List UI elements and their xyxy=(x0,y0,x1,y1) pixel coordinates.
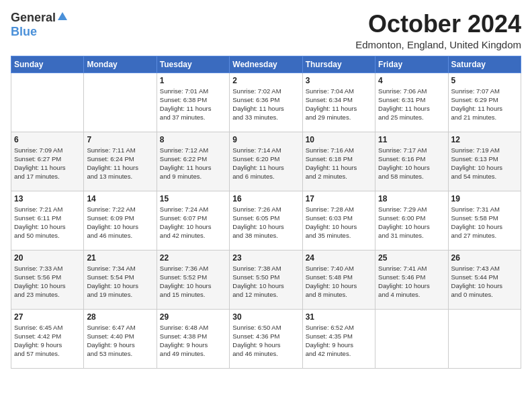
day-header-monday: Monday xyxy=(84,56,157,73)
day-cell: 21Sunrise: 7:34 AM Sunset: 5:54 PM Dayli… xyxy=(84,250,157,309)
logo: General Blue xyxy=(11,11,69,39)
day-number: 12 xyxy=(451,135,518,144)
day-number: 26 xyxy=(451,253,518,263)
day-info: Sunrise: 6:45 AM Sunset: 4:42 PM Dayligh… xyxy=(14,323,81,359)
logo-blue: Blue xyxy=(11,25,37,38)
day-cell: 5Sunrise: 7:07 AM Sunset: 6:29 PM Daylig… xyxy=(448,73,521,132)
day-cell: 11Sunrise: 7:17 AM Sunset: 6:16 PM Dayli… xyxy=(375,132,448,191)
day-number: 2 xyxy=(232,76,299,85)
day-info: Sunrise: 7:26 AM Sunset: 6:05 PM Dayligh… xyxy=(232,205,299,240)
day-cell: 19Sunrise: 7:31 AM Sunset: 5:58 PM Dayli… xyxy=(448,191,521,250)
day-number: 3 xyxy=(306,76,372,85)
week-row-3: 13Sunrise: 7:21 AM Sunset: 6:11 PM Dayli… xyxy=(11,191,521,250)
day-cell: 1Sunrise: 7:01 AM Sunset: 6:38 PM Daylig… xyxy=(157,73,229,132)
day-header-thursday: Thursday xyxy=(302,56,375,73)
day-info: Sunrise: 7:31 AM Sunset: 5:58 PM Dayligh… xyxy=(451,205,518,240)
day-info: Sunrise: 7:12 AM Sunset: 6:22 PM Dayligh… xyxy=(160,146,226,181)
week-row-2: 6Sunrise: 7:09 AM Sunset: 6:27 PM Daylig… xyxy=(11,132,521,191)
day-cell: 27Sunrise: 6:45 AM Sunset: 4:42 PM Dayli… xyxy=(11,309,84,368)
day-info: Sunrise: 7:24 AM Sunset: 6:07 PM Dayligh… xyxy=(160,205,226,240)
day-info: Sunrise: 7:04 AM Sunset: 6:34 PM Dayligh… xyxy=(306,87,372,122)
day-number: 11 xyxy=(378,135,445,144)
day-header-sunday: Sunday xyxy=(11,56,84,73)
day-cell: 12Sunrise: 7:19 AM Sunset: 6:13 PM Dayli… xyxy=(448,132,521,191)
day-number: 6 xyxy=(14,135,81,144)
day-info: Sunrise: 7:14 AM Sunset: 6:20 PM Dayligh… xyxy=(232,146,299,181)
day-cell xyxy=(11,73,84,132)
day-number: 9 xyxy=(232,135,299,144)
day-cell xyxy=(375,309,448,368)
day-info: Sunrise: 7:07 AM Sunset: 6:29 PM Dayligh… xyxy=(451,87,518,122)
day-cell: 9Sunrise: 7:14 AM Sunset: 6:20 PM Daylig… xyxy=(230,132,302,191)
day-info: Sunrise: 7:29 AM Sunset: 6:00 PM Dayligh… xyxy=(378,205,445,240)
day-cell: 26Sunrise: 7:43 AM Sunset: 5:44 PM Dayli… xyxy=(448,250,521,309)
day-number: 22 xyxy=(160,253,226,263)
day-cell: 7Sunrise: 7:11 AM Sunset: 6:24 PM Daylig… xyxy=(84,132,157,191)
day-info: Sunrise: 7:19 AM Sunset: 6:13 PM Dayligh… xyxy=(451,146,518,181)
day-cell: 15Sunrise: 7:24 AM Sunset: 6:07 PM Dayli… xyxy=(157,191,229,250)
day-info: Sunrise: 7:41 AM Sunset: 5:46 PM Dayligh… xyxy=(378,264,445,300)
month-title: October 2024 xyxy=(355,11,521,38)
day-number: 5 xyxy=(451,76,518,85)
day-number: 21 xyxy=(87,253,153,263)
day-info: Sunrise: 6:47 AM Sunset: 4:40 PM Dayligh… xyxy=(87,323,153,359)
calendar: SundayMondayTuesdayWednesdayThursdayFrid… xyxy=(11,56,521,369)
day-number: 8 xyxy=(160,135,226,144)
day-cell: 22Sunrise: 7:36 AM Sunset: 5:52 PM Dayli… xyxy=(157,250,229,309)
calendar-header-row: SundayMondayTuesdayWednesdayThursdayFrid… xyxy=(11,56,521,73)
day-info: Sunrise: 7:17 AM Sunset: 6:16 PM Dayligh… xyxy=(378,146,445,181)
day-info: Sunrise: 6:52 AM Sunset: 4:35 PM Dayligh… xyxy=(306,323,372,359)
logo-general: General xyxy=(11,11,56,25)
day-number: 30 xyxy=(232,312,299,322)
day-cell: 4Sunrise: 7:06 AM Sunset: 6:31 PM Daylig… xyxy=(375,73,448,132)
day-cell: 13Sunrise: 7:21 AM Sunset: 6:11 PM Dayli… xyxy=(11,191,84,250)
day-info: Sunrise: 7:22 AM Sunset: 6:09 PM Dayligh… xyxy=(87,205,153,240)
day-number: 13 xyxy=(14,194,81,203)
day-cell: 10Sunrise: 7:16 AM Sunset: 6:18 PM Dayli… xyxy=(302,132,375,191)
day-number: 23 xyxy=(232,253,299,263)
day-header-wednesday: Wednesday xyxy=(230,56,302,73)
day-cell: 18Sunrise: 7:29 AM Sunset: 6:00 PM Dayli… xyxy=(375,191,448,250)
day-number: 31 xyxy=(306,312,372,322)
day-number: 14 xyxy=(87,194,153,203)
day-cell: 30Sunrise: 6:50 AM Sunset: 4:36 PM Dayli… xyxy=(230,309,302,368)
day-info: Sunrise: 6:50 AM Sunset: 4:36 PM Dayligh… xyxy=(232,323,299,359)
day-header-friday: Friday xyxy=(375,56,448,73)
day-info: Sunrise: 7:43 AM Sunset: 5:44 PM Dayligh… xyxy=(451,264,518,300)
day-cell: 14Sunrise: 7:22 AM Sunset: 6:09 PM Dayli… xyxy=(84,191,157,250)
day-cell: 20Sunrise: 7:33 AM Sunset: 5:56 PM Dayli… xyxy=(11,250,84,309)
day-cell: 25Sunrise: 7:41 AM Sunset: 5:46 PM Dayli… xyxy=(375,250,448,309)
day-number: 1 xyxy=(160,76,226,85)
day-number: 27 xyxy=(14,312,81,322)
day-number: 24 xyxy=(306,253,372,263)
week-row-1: 1Sunrise: 7:01 AM Sunset: 6:38 PM Daylig… xyxy=(11,73,521,132)
location: Edmonton, England, United Kingdom xyxy=(355,39,521,50)
day-info: Sunrise: 7:28 AM Sunset: 6:03 PM Dayligh… xyxy=(306,205,372,240)
day-number: 28 xyxy=(87,312,153,322)
day-number: 20 xyxy=(14,253,81,263)
day-info: Sunrise: 7:11 AM Sunset: 6:24 PM Dayligh… xyxy=(87,146,153,181)
day-info: Sunrise: 7:34 AM Sunset: 5:54 PM Dayligh… xyxy=(87,264,153,300)
week-row-4: 20Sunrise: 7:33 AM Sunset: 5:56 PM Dayli… xyxy=(11,250,521,309)
day-info: Sunrise: 7:21 AM Sunset: 6:11 PM Dayligh… xyxy=(14,205,81,240)
day-cell: 31Sunrise: 6:52 AM Sunset: 4:35 PM Dayli… xyxy=(302,309,375,368)
header: General Blue October 2024 Edmonton, Engl… xyxy=(11,11,521,50)
title-block: October 2024 Edmonton, England, United K… xyxy=(355,11,521,50)
day-number: 16 xyxy=(232,194,299,203)
day-cell: 16Sunrise: 7:26 AM Sunset: 6:05 PM Dayli… xyxy=(230,191,302,250)
day-number: 10 xyxy=(306,135,372,144)
day-info: Sunrise: 7:38 AM Sunset: 5:50 PM Dayligh… xyxy=(232,264,299,300)
day-info: Sunrise: 6:48 AM Sunset: 4:38 PM Dayligh… xyxy=(160,323,226,359)
day-number: 17 xyxy=(306,194,372,203)
day-number: 19 xyxy=(451,194,518,203)
day-header-saturday: Saturday xyxy=(448,56,521,73)
day-cell: 23Sunrise: 7:38 AM Sunset: 5:50 PM Dayli… xyxy=(230,250,302,309)
day-cell: 8Sunrise: 7:12 AM Sunset: 6:22 PM Daylig… xyxy=(157,132,229,191)
day-cell: 6Sunrise: 7:09 AM Sunset: 6:27 PM Daylig… xyxy=(11,132,84,191)
day-info: Sunrise: 7:33 AM Sunset: 5:56 PM Dayligh… xyxy=(14,264,81,300)
day-info: Sunrise: 7:40 AM Sunset: 5:48 PM Dayligh… xyxy=(306,264,372,300)
day-info: Sunrise: 7:06 AM Sunset: 6:31 PM Dayligh… xyxy=(378,87,445,122)
logo-icon xyxy=(56,11,69,23)
day-info: Sunrise: 7:02 AM Sunset: 6:36 PM Dayligh… xyxy=(232,87,299,122)
page-container: General Blue October 2024 Edmonton, Engl… xyxy=(0,0,532,374)
